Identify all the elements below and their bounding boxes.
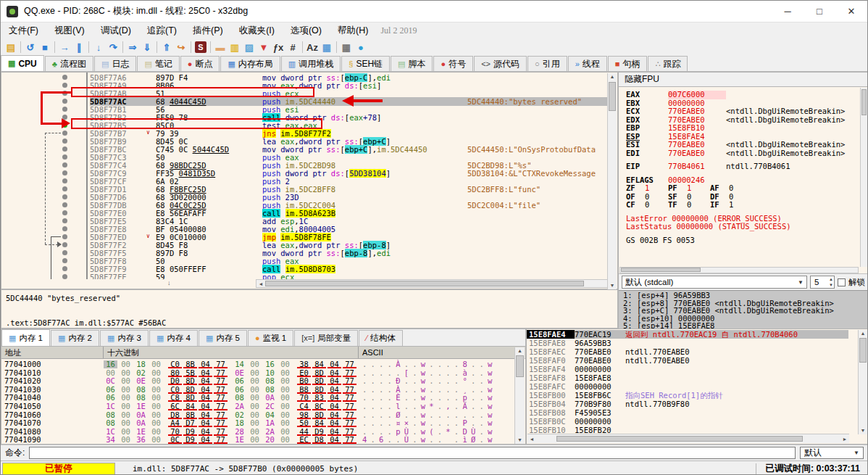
dump-byte[interactable]: 0E xyxy=(134,377,148,385)
dump-byte[interactable]: 5B xyxy=(183,369,197,377)
modules-icon[interactable]: ▦ xyxy=(320,41,334,54)
row-dot-icon[interactable] xyxy=(62,250,67,255)
disasm-row[interactable]: 5D8F77A6897D F4mov dword ptr ss:[ebp-C],… xyxy=(1,73,607,81)
dump-vertical-scrollbar[interactable]: ▲ ▼ xyxy=(514,347,525,444)
dump-byte[interactable]: 04 xyxy=(327,436,341,444)
dump-byte[interactable]: 04 xyxy=(327,394,341,402)
menu-item[interactable]: 选项(O) xyxy=(283,25,330,37)
dump-byte[interactable]: 00 xyxy=(149,369,163,377)
stack-horizontal-scrollbar[interactable]: ◄ ► xyxy=(527,434,849,443)
row-dot-icon[interactable] xyxy=(62,194,67,199)
dump-byte[interactable]: 77 xyxy=(343,419,356,427)
dump-byte[interactable]: 04 xyxy=(327,402,341,410)
disasm-row[interactable]: 5D8F77B2FF50 78call dword ptr ds:[eax+78… xyxy=(1,113,607,121)
row-dot-icon[interactable] xyxy=(62,218,67,223)
dump-byte[interactable]: 8D xyxy=(312,369,326,377)
dump-byte[interactable]: 08 xyxy=(263,386,277,394)
disasm-row[interactable]: 5D8F77DB68 04C0C25Dpush im.5DC2C0045DC2C… xyxy=(1,201,607,209)
dump-byte[interactable]: 77 xyxy=(343,394,356,402)
register-row[interactable]: EFLAGS00000246 xyxy=(626,176,859,185)
run-to-user-code-icon[interactable]: ⇓ xyxy=(140,41,154,54)
dump-byte[interactable]: 98 xyxy=(297,411,311,419)
disasm-row[interactable]: 5D8F77CF6A 02push 2 xyxy=(1,177,607,185)
disasm-row[interactable]: 5D8F77F5897D F8mov dword ptr ss:[ebp-8],… xyxy=(1,249,607,257)
stack-row[interactable]: 15E8FB0C00000000 xyxy=(527,417,848,426)
dump-byte[interactable]: D7 xyxy=(183,419,197,427)
disasm-row[interactable]: 5D8F77F9E8 050FFEFFcall im.5D8D8703 xyxy=(1,265,607,273)
dump-byte[interactable]: 04 xyxy=(327,428,341,436)
dump-byte[interactable]: 00 xyxy=(248,369,262,377)
disasm-horizontal-scrollbar[interactable]: ◄ xyxy=(256,279,608,288)
command-input[interactable] xyxy=(29,447,796,459)
pause-icon[interactable]: ∥ xyxy=(72,41,86,54)
dump-byte[interactable]: 00 xyxy=(248,411,262,419)
stack-row[interactable]: 15E8FAF400000000 xyxy=(527,365,848,373)
dump-byte[interactable]: 77 xyxy=(214,402,228,410)
dump-byte[interactable]: 14 xyxy=(233,360,246,368)
dump-byte[interactable]: 04 xyxy=(199,402,212,410)
dump-byte[interactable]: 0A xyxy=(263,394,277,402)
dump-byte[interactable]: 2C xyxy=(263,402,277,410)
dump-byte[interactable]: 1A xyxy=(263,419,277,427)
step-over-icon[interactable]: ↷ xyxy=(106,41,120,54)
dump-byte[interactable]: 00 xyxy=(278,394,292,402)
dump-byte[interactable]: 00 xyxy=(278,377,292,385)
dump-byte[interactable]: 00 xyxy=(248,436,262,444)
globe-icon[interactable]: ● xyxy=(354,41,368,54)
dump-byte[interactable]: C0 xyxy=(168,386,182,394)
dump-byte[interactable]: 1E xyxy=(134,428,148,436)
dump-byte[interactable]: 8C xyxy=(312,402,326,410)
dump-byte[interactable]: 77 xyxy=(343,411,356,419)
dump-byte[interactable]: 44 xyxy=(297,428,311,436)
dump-byte[interactable]: 06 xyxy=(104,394,117,402)
dump-byte[interactable]: 77 xyxy=(214,360,228,368)
step-into-icon[interactable]: ↓ xyxy=(91,41,106,54)
dump-byte[interactable]: 04 xyxy=(199,411,212,419)
dump-byte[interactable]: 08 xyxy=(263,377,277,385)
dump-byte[interactable]: 0C xyxy=(168,436,182,444)
disasm-row[interactable]: 5D8F77ED∨E9 0C010000jmp im.5D8F78FE xyxy=(1,233,607,241)
row-dot-icon[interactable] xyxy=(62,258,67,263)
dump-byte[interactable]: EC xyxy=(297,436,311,444)
dump-byte[interactable]: C0 xyxy=(168,360,182,368)
dump-byte[interactable]: 0E xyxy=(233,369,246,377)
disasm-row[interactable]: 5D8F77E583C4 1Cadd esp,1C xyxy=(1,217,607,225)
dump-byte[interactable]: E0 xyxy=(297,369,311,377)
dump-byte[interactable]: 28 xyxy=(233,428,246,436)
dump-byte[interactable]: 83 xyxy=(312,394,326,402)
tab-句柄[interactable]: ■句柄 xyxy=(608,56,648,71)
comment-icon[interactable]: ▥ xyxy=(228,41,242,54)
tab-SEH链[interactable]: §SEH链 xyxy=(341,56,390,71)
tab-线程[interactable]: »线程 xyxy=(568,56,607,71)
execute-till-return-icon[interactable]: ⇒ xyxy=(125,41,140,54)
dump-byte[interactable]: 16 xyxy=(263,360,277,368)
tab-CPU[interactable]: ▦CPU xyxy=(1,55,44,71)
dump-byte[interactable]: 00 xyxy=(248,402,262,410)
dump-byte[interactable]: D8 xyxy=(312,436,326,444)
dump-byte[interactable]: 77 xyxy=(214,377,228,385)
dump-byte[interactable]: 84 xyxy=(312,360,326,368)
dump-byte[interactable]: 00 xyxy=(149,377,163,385)
dump-byte[interactable]: 77 xyxy=(343,386,356,394)
dump-byte[interactable]: 8D xyxy=(183,394,197,402)
stop-icon[interactable]: ■ xyxy=(38,41,52,54)
tab-脚本[interactable]: ▤脚本 xyxy=(391,56,433,71)
dump-byte[interactable]: 77 xyxy=(214,394,228,402)
disasm-row[interactable]: 5D8F77AC68 4044C45Dpush im.5DC444405DC44… xyxy=(1,97,607,105)
menu-item[interactable]: 追踪(T) xyxy=(139,25,185,37)
function-icon[interactable]: ƒx xyxy=(271,41,285,54)
minimize-button[interactable]: ─ xyxy=(772,1,804,22)
dump-byte[interactable]: 00 xyxy=(119,411,133,419)
dump-byte[interactable]: 20 xyxy=(263,436,277,444)
dump-byte[interactable]: 00 xyxy=(149,436,163,444)
run-icon[interactable]: → xyxy=(57,41,72,54)
row-dot-icon[interactable] xyxy=(62,274,67,279)
dump-byte[interactable]: 04 xyxy=(199,428,212,436)
maximize-button[interactable]: □ xyxy=(804,1,835,22)
dump-tab-内存 1[interactable]: ▦内存 1 xyxy=(1,329,50,346)
dump-byte[interactable]: 0C xyxy=(104,377,117,385)
register-row[interactable]: EAX007C6000 xyxy=(626,91,859,99)
menu-item[interactable]: 帮助(H) xyxy=(330,25,376,37)
disasm-row[interactable]: 5D8F77C350push eax xyxy=(1,153,607,161)
dump-byte[interactable]: D9 xyxy=(183,436,197,444)
